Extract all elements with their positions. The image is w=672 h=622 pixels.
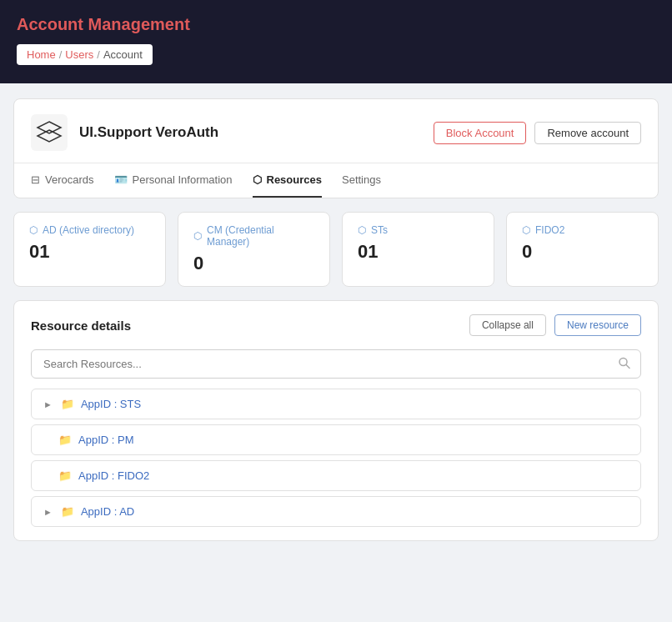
resource-item-pm[interactable]: 📁 AppID : PM — [31, 424, 641, 455]
breadcrumb-account: Account — [103, 48, 143, 61]
search-input[interactable] — [31, 349, 641, 379]
stat-card-sts: ⬡ STs 01 — [342, 212, 494, 287]
tab-resources[interactable]: ⬡ Resources — [253, 163, 322, 198]
resource-item-ad[interactable]: ► 📁 AppID : AD — [31, 496, 641, 527]
card-icon: ⊟ — [31, 173, 40, 186]
account-header: UI.Support VeroAuth Block Account Remove… — [31, 114, 641, 151]
main-content: UI.Support VeroAuth Block Account Remove… — [0, 83, 672, 556]
account-name: UI.Support VeroAuth — [79, 124, 218, 141]
breadcrumb-home[interactable]: Home — [27, 48, 56, 61]
stats-row: ⬡ AD (Active directory) 01 ⬡ CM (Credent… — [13, 212, 659, 287]
resource-details-title: Resource details — [31, 319, 131, 333]
tab-resources-label: Resources — [267, 173, 322, 186]
folder-icon-sts: 📁 — [61, 398, 74, 410]
resource-list: ► 📁 AppID : STS 📁 AppID : PM 📁 AppID : F… — [31, 389, 641, 527]
stack-icon-fido2: ⬡ — [522, 224, 530, 236]
resource-details-header: Resource details Collapse all New resour… — [31, 314, 641, 336]
resource-item-sts[interactable]: ► 📁 AppID : STS — [31, 389, 641, 419]
resource-label-pm: AppID : PM — [78, 434, 133, 446]
id-icon: 🪪 — [114, 173, 128, 186]
breadcrumb: Home / Users / Account — [17, 44, 153, 65]
breadcrumb-users[interactable]: Users — [65, 48, 93, 61]
resource-details-card: Resource details Collapse all New resour… — [13, 300, 659, 541]
breadcrumb-sep2: / — [97, 48, 100, 61]
collapse-all-button[interactable]: Collapse all — [469, 314, 546, 336]
tab-personal-info-label: Personal Information — [133, 173, 233, 186]
stat-label-sts: ⬡ STs — [358, 224, 479, 236]
stat-label-ad: ⬡ AD (Active directory) — [29, 224, 150, 236]
resource-label-fido2: AppID : FIDO2 — [78, 469, 149, 482]
resource-item-fido2[interactable]: 📁 AppID : FIDO2 — [31, 460, 641, 491]
tab-verocards[interactable]: ⊟ Verocards — [31, 163, 94, 198]
stat-value-cm: 0 — [193, 253, 314, 274]
tab-personal-info[interactable]: 🪪 Personal Information — [114, 163, 233, 198]
folder-icon-pm: 📁 — [58, 434, 72, 446]
account-tabs: ⊟ Verocards 🪪 Personal Information ⬡ Res… — [14, 163, 658, 198]
chevron-right-icon-sts: ► — [43, 399, 53, 409]
stack-icon-tab: ⬡ — [253, 173, 262, 186]
stack-icon-cm: ⬡ — [193, 230, 202, 242]
stat-value-ad: 01 — [29, 241, 150, 263]
new-resource-button[interactable]: New resource — [554, 314, 641, 336]
block-account-button[interactable]: Block Account — [434, 122, 527, 144]
folder-icon-fido2: 📁 — [58, 469, 72, 482]
stat-card-fido2: ⬡ FIDO2 0 — [506, 212, 659, 287]
account-identity: UI.Support VeroAuth — [31, 114, 218, 151]
chevron-right-icon-ad: ► — [43, 507, 53, 517]
stat-label-cm: ⬡ CM (Credential Manager) — [193, 224, 314, 248]
tab-settings-label: Settings — [342, 173, 381, 186]
stat-value-sts: 01 — [358, 241, 479, 263]
remove-account-button[interactable]: Remove account — [534, 122, 641, 144]
resource-label-sts: AppID : STS — [81, 398, 141, 410]
svg-rect-0 — [31, 114, 68, 151]
stat-card-cm: ⬡ CM (Credential Manager) 0 — [178, 212, 330, 287]
search-wrap — [31, 349, 641, 379]
breadcrumb-sep1: / — [59, 48, 63, 61]
tab-verocards-label: Verocards — [45, 173, 94, 186]
resource-label-ad: AppID : AD — [81, 505, 134, 518]
stat-value-fido2: 0 — [522, 241, 643, 263]
stack-icon-sts: ⬡ — [358, 224, 366, 236]
folder-icon-ad: 📁 — [61, 505, 74, 518]
stack-icon-ad: ⬡ — [29, 224, 38, 236]
stat-label-fido2: ⬡ FIDO2 — [522, 224, 643, 236]
top-header: Account Management Home / Users / Accoun… — [0, 0, 672, 83]
resource-details-actions: Collapse all New resource — [469, 314, 641, 336]
account-card: UI.Support VeroAuth Block Account Remove… — [13, 98, 659, 198]
layers-icon — [31, 114, 68, 151]
page-title: Account Management — [17, 15, 655, 34]
account-actions: Block Account Remove account — [434, 122, 641, 144]
stat-card-ad: ⬡ AD (Active directory) 01 — [13, 212, 166, 287]
tab-settings[interactable]: Settings — [342, 163, 381, 198]
